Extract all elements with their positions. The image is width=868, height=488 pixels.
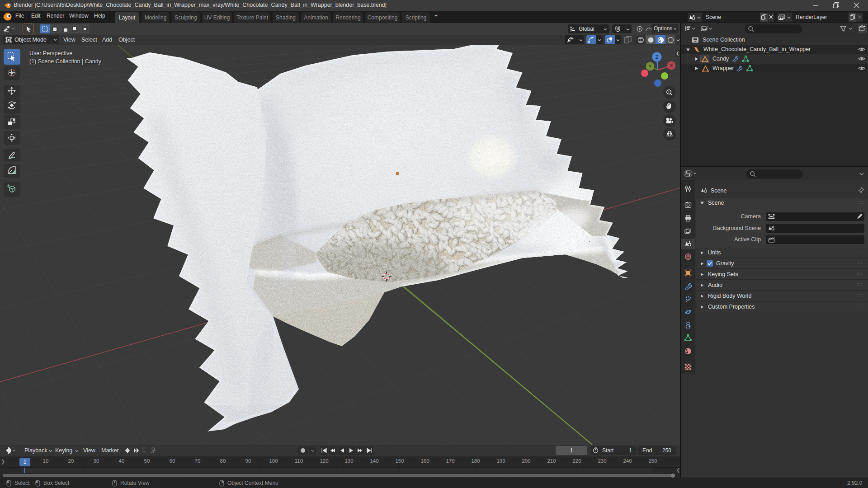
svg-text:Y: Y xyxy=(649,64,652,69)
svg-text:Z: Z xyxy=(656,54,659,60)
svg-text:X: X xyxy=(670,63,673,68)
